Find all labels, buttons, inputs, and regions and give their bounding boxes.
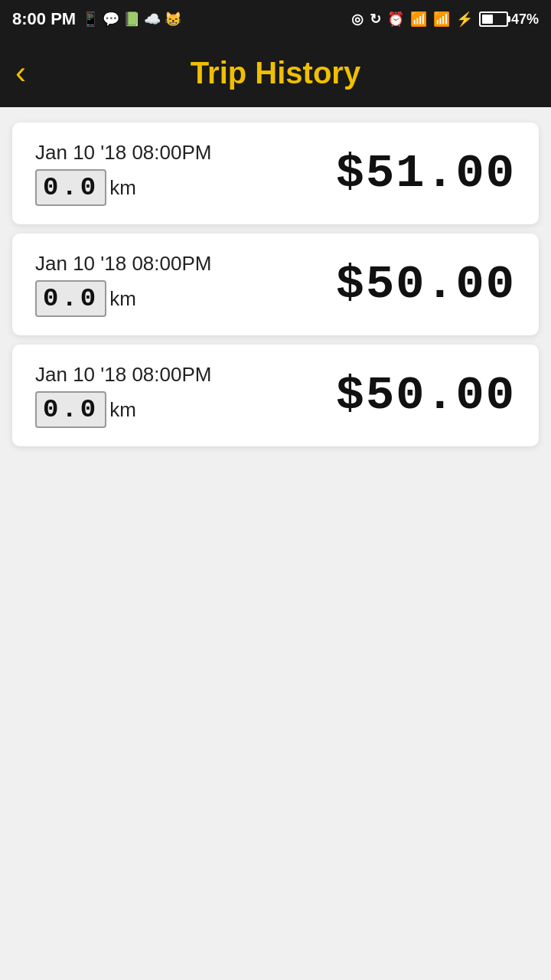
trip-info: Jan 10 '18 08:00PM 0.0km — [35, 252, 211, 317]
status-left: 8:00 PM 📱 💬 📗 ☁️ 😸 — [12, 9, 181, 29]
battery-icon — [479, 11, 508, 27]
lightning-icon: ⚡ — [456, 11, 473, 28]
trip-fare: $51.00 — [336, 146, 516, 201]
distance-unit: km — [109, 398, 136, 421]
trip-distance-container: 0.0km — [35, 391, 211, 428]
page-title: Trip History — [191, 56, 360, 90]
trip-distance-lcd: 0.0 — [35, 280, 106, 317]
app-icon-4: ☁️ — [144, 11, 161, 28]
trip-card[interactable]: Jan 10 '18 08:00PM 0.0km $50.00 — [12, 345, 539, 446]
signal-icon: 📶 — [433, 11, 450, 28]
status-icons: 📱 💬 📗 ☁️ 😸 — [82, 11, 181, 28]
header: ‹ Trip History — [0, 38, 551, 107]
app-icon-2: 💬 — [103, 11, 119, 28]
distance-unit: km — [109, 176, 136, 199]
status-bar: 8:00 PM 📱 💬 📗 ☁️ 😸 ◎ ↻ ⏰ 📶 📶 ⚡ 47% — [0, 0, 551, 38]
status-right: ◎ ↻ ⏰ 📶 📶 ⚡ 47% — [351, 11, 539, 28]
trip-info: Jan 10 '18 08:00PM 0.0km — [35, 141, 211, 206]
trip-info: Jan 10 '18 08:00PM 0.0km — [35, 363, 211, 428]
distance-unit: km — [109, 287, 136, 310]
trip-distance-container: 0.0km — [35, 169, 211, 206]
location-icon: ◎ — [351, 11, 364, 28]
trip-distance-container: 0.0km — [35, 280, 211, 317]
trip-fare: $50.00 — [336, 257, 516, 312]
back-button[interactable]: ‹ — [15, 57, 34, 89]
trip-distance-lcd: 0.0 — [35, 169, 106, 206]
app-icon-5: 😸 — [165, 11, 181, 28]
battery-fill — [482, 15, 493, 24]
trip-datetime: Jan 10 '18 08:00PM — [35, 252, 211, 276]
app-icon-1: 📱 — [82, 11, 99, 28]
trip-list: Jan 10 '18 08:00PM 0.0km $51.00 Jan 10 '… — [0, 107, 551, 462]
battery-container: 47% — [479, 11, 539, 28]
sync-icon: ↻ — [370, 11, 381, 28]
app-icon-3: 📗 — [123, 11, 140, 28]
trip-distance-lcd: 0.0 — [35, 391, 106, 428]
battery-percent: 47% — [511, 11, 539, 28]
wifi-icon: 📶 — [410, 11, 427, 28]
trip-datetime: Jan 10 '18 08:00PM — [35, 141, 211, 165]
trip-card[interactable]: Jan 10 '18 08:00PM 0.0km $51.00 — [12, 122, 539, 224]
trip-datetime: Jan 10 '18 08:00PM — [35, 363, 211, 387]
trip-fare: $50.00 — [336, 368, 516, 423]
alarm-icon: ⏰ — [387, 11, 404, 28]
status-time: 8:00 PM — [12, 9, 76, 29]
trip-card[interactable]: Jan 10 '18 08:00PM 0.0km $50.00 — [12, 234, 539, 335]
